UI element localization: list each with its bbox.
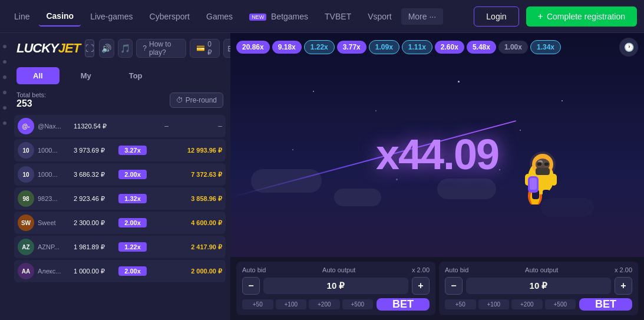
multiplier-history-clock[interactable]: 🕐 [619,38,638,57]
bet-multiplier: 2.00x [118,170,147,179]
bet-username: Sweet [38,219,70,226]
left-sidebar [0,33,9,320]
nav-item-casino[interactable]: Casino [39,6,81,27]
bet-minus-button[interactable]: − [242,277,260,295]
pre-round-badge: ⏱ Pre-round [170,93,223,108]
svg-rect-12 [543,190,550,199]
tab-all[interactable]: All [16,67,60,84]
bet-preset-button[interactable]: +500 [545,299,576,309]
multiplier-history-badge[interactable]: 1.00x [498,41,528,54]
bet-preset-button[interactable]: +200 [511,299,543,309]
question-icon: ? [143,44,147,52]
game-canvas: x44.09 [230,61,644,257]
multiplier-history-badge[interactable]: 1.22x [304,40,335,54]
bet-controls-bar: Auto bid Auto output x 2.00 − 10 ₽ + +50… [230,257,644,320]
expand-button[interactable]: ⛶ [85,39,94,57]
nav-item-tvbet[interactable]: TVBET [318,7,358,26]
bet-username: 1000... [38,171,70,178]
bet-control-panel-1: Auto bid Auto output x 2.00 − 10 ₽ + +50… [236,262,435,315]
bet-username: 1000... [38,147,70,154]
bet-amount-display: 10 ₽ [263,278,408,294]
music-button[interactable]: 🎵 [118,39,133,58]
bets-panel: LUCKYJET ⛶ 🔊 🎵 ? How to play? 💳 0 ₽ ⊞ 💬 [9,33,230,320]
bet-amount: 1 000.00 ₽ [74,268,115,275]
bet-bottom-row: +50+100+200+500 BET [242,298,430,311]
svg-rect-10 [551,174,557,186]
rocket-character [508,140,573,204]
top-navigation: Line Casino Live-games Cybersport Games … [0,0,644,33]
multiplier-history-badge[interactable]: 9.18x [272,41,302,54]
bet-preset-button[interactable]: +50 [242,299,273,309]
sidebar-dot [3,121,6,125]
bet-win-amount: 3 858.96 ₽ [191,195,222,203]
multiplier-history-badge[interactable]: 1.34x [530,40,561,54]
layout-button[interactable]: ⊞ [223,39,230,58]
svg-point-15 [530,151,556,177]
bet-control-top: Auto bid Auto output x 2.00 [445,266,632,273]
nav-item-line[interactable]: Line [7,7,37,26]
bet-preset-button[interactable]: +200 [309,299,340,309]
nav-more-button[interactable]: More ··· [401,8,443,25]
multiplier-history-badge[interactable]: 1.09x [369,40,399,54]
bet-amount-display: 10 ₽ [466,278,611,294]
bet-pending-dash: – [164,122,169,130]
how-to-play-button[interactable]: ? How to play? [136,39,186,58]
sound-button[interactable]: 🔊 [99,39,114,58]
bet-minus-button[interactable]: − [445,277,463,295]
tab-my[interactable]: My [64,67,108,84]
multiplier-history-badge[interactable]: 1.11x [402,40,432,54]
nav-item-cybersport[interactable]: Cybersport [143,7,197,26]
sidebar-dot [3,45,6,48]
clock-icon: 🕐 [624,42,634,52]
bet-plus-button[interactable]: + [615,277,632,295]
login-button[interactable]: Login [474,6,518,27]
bet-win-amount: 7 372.63 ₽ [191,171,222,179]
bet-win-amount: 2 417.90 ₽ [191,243,222,251]
bet-plus-button[interactable]: + [412,277,430,295]
bet-avatar: 10 [18,142,34,159]
multiplier-history-badge[interactable]: 3.77x [337,41,366,54]
bet-control-top: Auto bid Auto output x 2.00 [242,266,430,273]
multiplier-history-badge[interactable]: 20.86x [236,41,270,54]
multiplier-history-bar: 20.86x9.18x1.22x3.77x1.09x1.11x2.60x5.48… [230,33,644,61]
bet-multiplier: 2.00x [118,218,147,227]
bet-amount: 2 923.46 ₽ [74,195,115,203]
bet-amount: 2 300.00 ₽ [74,219,115,227]
nav-item-vsport[interactable]: Vsport [361,7,398,26]
bet-row: 101000...3 973.69 ₽3.27x12 993.96 ₽ [14,139,226,161]
bet-preset-button[interactable]: +100 [276,299,307,309]
bet-avatar: @- [18,118,34,134]
bet-pending-dash: – [218,122,222,130]
bet-row: @-@Nax...11320.54 ₽–– [14,115,226,137]
register-button[interactable]: + Complete registration [526,6,637,27]
bet-row: 989823...2 923.46 ₽1.32x3 858.96 ₽ [14,187,226,210]
tab-top[interactable]: Top [113,67,159,84]
multiplier-history-badge[interactable]: 2.60x [435,41,464,54]
game-area: 20.86x9.18x1.22x3.77x1.09x1.11x2.60x5.48… [230,33,644,320]
new-badge: NEW [249,14,266,21]
sidebar-dot [3,60,6,64]
bet-button[interactable]: BET [377,298,430,311]
bet-win-amount: 12 993.96 ₽ [187,147,222,154]
bet-preset-button[interactable]: +500 [342,299,374,309]
bet-username: @Nax... [38,123,70,130]
bet-amount: 3 973.69 ₽ [74,147,115,154]
bet-presets: +50+100+200+500 [242,299,373,309]
auto-output-label: Auto output [525,266,558,273]
bet-username: AZNP... [38,243,70,250]
card-icon: 💳 [196,44,205,52]
nav-item-live-games[interactable]: Live-games [83,7,140,26]
nav-item-games[interactable]: Games [199,7,240,26]
bet-amount: 11320.54 ₽ [74,123,115,130]
nav-item-betgames[interactable]: NEW Betgames [242,7,315,26]
bet-bottom-row: +50+100+200+500 BET [445,298,632,311]
sidebar-dot [3,106,6,110]
bet-username: Алекс... [38,268,70,275]
bet-avatar: AA [18,263,34,279]
total-bets-section: Total bets: 253 ⏱ Pre-round [9,88,230,113]
multiplier-history-badge[interactable]: 5.48x [467,41,496,54]
bet-amount: 3 686.32 ₽ [74,171,115,179]
bet-button[interactable]: BET [579,298,632,311]
bet-preset-button[interactable]: +50 [445,299,476,309]
bet-preset-button[interactable]: +100 [478,299,510,309]
